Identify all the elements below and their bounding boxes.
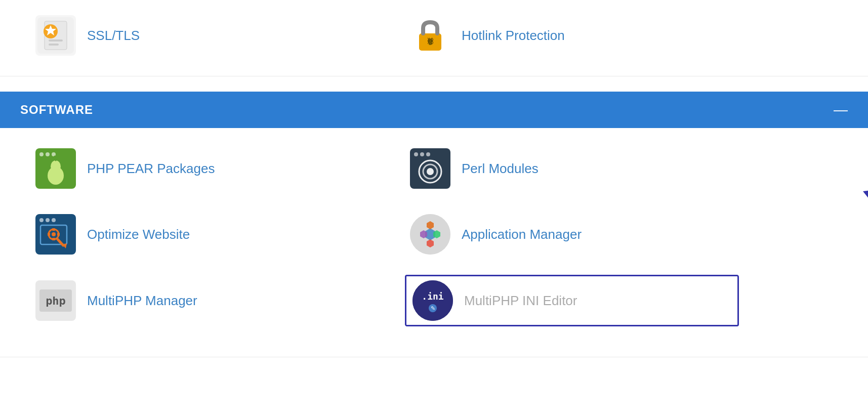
svg-point-26 <box>46 218 50 222</box>
svg-point-30 <box>52 232 56 236</box>
svg-point-19 <box>420 152 424 156</box>
bottom-divider <box>0 357 868 357</box>
page-container: SSL/TLS ⛓ Hotl <box>0 0 868 419</box>
svg-point-18 <box>414 152 418 156</box>
software-section-content: PHP PEAR Packages <box>0 128 868 347</box>
svg-rect-33 <box>48 233 50 236</box>
optimize-website-icon <box>35 214 76 255</box>
svg-point-11 <box>39 152 44 156</box>
application-manager-item[interactable]: Application Manager <box>405 209 739 260</box>
perl-modules-icon <box>410 148 450 189</box>
svg-rect-32 <box>52 238 55 240</box>
svg-rect-31 <box>52 228 55 231</box>
software-section-title: SOFTWARE <box>20 103 93 117</box>
perl-modules-label: Perl Modules <box>462 161 539 177</box>
svg-text:✎: ✎ <box>431 305 435 311</box>
ssl-tls-label: SSL/TLS <box>87 28 140 44</box>
php-pear-label: PHP PEAR Packages <box>87 161 215 177</box>
svg-point-20 <box>426 152 430 156</box>
hotlink-protection-label: Hotlink Protection <box>462 28 565 44</box>
optimize-website-label: Optimize Website <box>87 227 190 242</box>
software-items-wrapper: PHP PEAR Packages <box>30 143 838 326</box>
security-section: SSL/TLS ⛓ Hotl <box>0 0 868 76</box>
php-pear-icon <box>35 148 76 189</box>
svg-point-27 <box>52 218 56 222</box>
perl-modules-item[interactable]: Perl Modules <box>405 143 739 194</box>
multiphp-manager-icon: php <box>35 280 76 321</box>
ssl-tls-item[interactable]: SSL/TLS <box>30 10 364 61</box>
multiphp-ini-editor-item[interactable]: .ini ✎ MultiPHP INI Editor <box>405 275 739 326</box>
svg-rect-4 <box>49 39 63 41</box>
multiphp-ini-editor-label: MultiPHP INI Editor <box>464 293 577 309</box>
hotlink-protection-icon: ⛓ <box>410 15 450 56</box>
svg-text:php: php <box>46 295 66 307</box>
svg-point-12 <box>46 152 50 156</box>
svg-rect-34 <box>57 233 60 236</box>
multiphp-manager-label: MultiPHP Manager <box>87 293 197 309</box>
application-manager-icon <box>410 214 450 255</box>
multiphp-ini-editor-icon: .ini ✎ <box>412 280 453 321</box>
svg-text:.ini: .ini <box>422 291 444 302</box>
php-pear-item[interactable]: PHP PEAR Packages <box>30 143 364 194</box>
svg-text:⛓: ⛓ <box>427 37 434 45</box>
svg-point-15 <box>51 160 61 173</box>
application-manager-label: Application Manager <box>462 227 582 242</box>
svg-point-23 <box>427 168 434 175</box>
ssl-tls-icon <box>35 15 76 56</box>
software-items-grid: PHP PEAR Packages <box>30 143 739 326</box>
svg-line-16 <box>55 156 56 160</box>
software-section-collapse[interactable]: — <box>834 103 848 117</box>
svg-rect-5 <box>49 44 59 46</box>
svg-point-25 <box>39 218 44 222</box>
multiphp-manager-item[interactable]: php MultiPHP Manager <box>30 275 364 326</box>
hotlink-protection-item[interactable]: ⛓ Hotlink Protection <box>405 10 739 61</box>
software-section-header: SOFTWARE — <box>0 92 868 128</box>
security-items-grid: SSL/TLS ⛓ Hotl <box>30 10 739 61</box>
optimize-website-item[interactable]: Optimize Website <box>30 209 364 260</box>
svg-marker-51 <box>863 189 868 204</box>
